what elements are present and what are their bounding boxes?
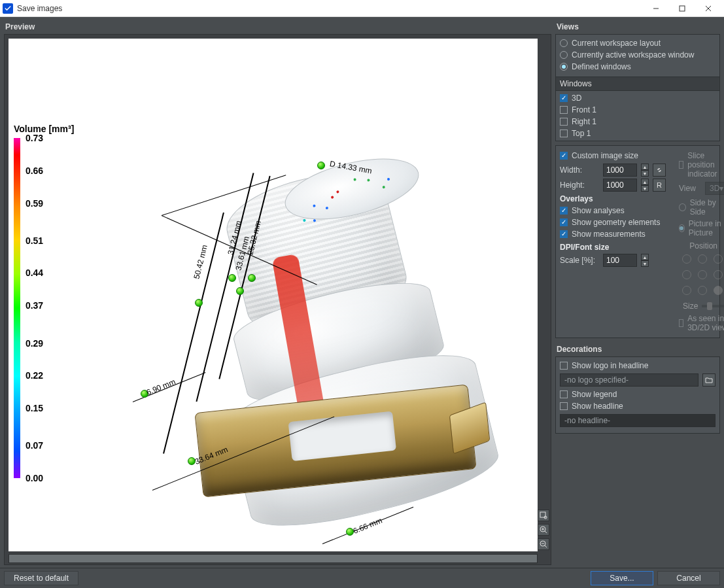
legend-tick: 0.15: [26, 403, 43, 413]
view-opt-defined-windows[interactable]: Defined windows: [560, 61, 715, 73]
views-header: Views: [555, 20, 720, 34]
legend-tick: 0.07: [26, 440, 43, 451]
slice-view-label: View: [679, 184, 701, 193]
windows-list-item[interactable]: 3D: [560, 92, 715, 104]
reset-button[interactable]: Reset to default: [4, 571, 78, 585]
close-button[interactable]: [695, 0, 721, 17]
height-input[interactable]: [603, 179, 637, 192]
width-input[interactable]: [603, 164, 637, 177]
legend-tick: 0.22: [26, 370, 43, 381]
show-geom-check[interactable]: Show geometry elements: [560, 216, 666, 228]
view-opt-workspace-layout[interactable]: Current workspace layout: [560, 37, 715, 49]
svg-line-9: [545, 531, 547, 533]
preview-area: Volume [mm³] 0.730.660.590.510.440.370.2…: [4, 34, 551, 565]
logo-path-input[interactable]: -no logo specified-: [560, 373, 698, 387]
custom-image-size-check[interactable]: Custom image size: [560, 150, 666, 162]
zoom-in-button[interactable]: [538, 524, 549, 536]
scale-label: Scale [%]:: [560, 256, 599, 265]
view-opt-active-window[interactable]: Currently active workspace window: [560, 49, 715, 61]
legend-tick: 0.73: [26, 133, 43, 143]
legend-tick: 0.59: [26, 198, 43, 209]
slice-panel: Slice position indicator View 3D ▾ Side …: [679, 150, 724, 334]
height-label: Height:: [560, 181, 599, 190]
legend-tick: 0.29: [26, 338, 43, 349]
width-label: Width:: [560, 165, 599, 175]
chevron-down-icon: ▾: [719, 184, 723, 193]
titlebar: Save images: [0, 0, 724, 17]
part-render: D 14.33 mm 31.24 mm 25.32 mm 50.42 mm 33…: [152, 137, 466, 551]
app-icon: [3, 3, 13, 14]
windows-list-item[interactable]: Top 1: [560, 128, 715, 139]
legend-colorbar: [14, 138, 20, 478]
windows-list-item[interactable]: Front 1: [560, 104, 715, 116]
decorations-header: Decorations: [555, 342, 720, 356]
svg-line-12: [545, 545, 547, 547]
window-title: Save images: [17, 4, 62, 13]
preview-header: Preview: [4, 20, 551, 34]
legend-tick: 0.37: [26, 300, 43, 311]
maximize-button[interactable]: [669, 0, 695, 17]
overlays-header: Overlays: [560, 194, 666, 203]
dpi-header: DPI/Font size: [560, 243, 666, 252]
position-grid[interactable]: [679, 254, 724, 298]
save-button[interactable]: Save...: [591, 571, 653, 585]
scale-input[interactable]: [603, 254, 637, 267]
width-spin[interactable]: ▲▼: [641, 164, 649, 177]
slice-view-select[interactable]: 3D ▾: [705, 182, 724, 195]
pip-radio[interactable]: Picture in Picture: [679, 218, 724, 239]
color-legend: Volume [mm³] 0.730.660.590.510.440.370.2…: [14, 124, 74, 478]
legend-title: Volume [mm³]: [14, 124, 74, 134]
logo-browse-button[interactable]: [702, 373, 715, 387]
position-label: Position: [679, 241, 724, 251]
cancel-button[interactable]: Cancel: [657, 571, 720, 585]
size-slider[interactable]: [702, 305, 724, 307]
zoom-fit-button[interactable]: [538, 510, 549, 521]
show-logo-check[interactable]: Show logo in headline: [560, 360, 715, 372]
side-by-side-radio[interactable]: Side by Side: [679, 197, 724, 218]
show-headline-check[interactable]: Show headline: [560, 400, 715, 412]
legend-tick: 0.66: [26, 165, 43, 176]
height-spin[interactable]: ▲▼: [641, 179, 649, 192]
show-analyses-check[interactable]: Show analyses: [560, 205, 666, 216]
zoom-out-button[interactable]: [538, 538, 549, 550]
scale-spin[interactable]: ▲▼: [641, 254, 649, 267]
size-label: Size: [683, 302, 698, 311]
size-link-button[interactable]: [653, 164, 666, 177]
windows-list-item[interactable]: Right 1: [560, 116, 715, 128]
size-reset-button[interactable]: R: [653, 179, 666, 192]
legend-tick: 0.44: [26, 268, 43, 278]
minimize-button[interactable]: [643, 0, 669, 17]
headline-input[interactable]: -no headline-: [560, 414, 715, 427]
legend-tick: 0.00: [26, 473, 43, 483]
preview-scrollbar[interactable]: [9, 554, 538, 563]
show-meas-check[interactable]: Show measurements: [560, 228, 666, 240]
preview-canvas[interactable]: Volume [mm³] 0.730.660.590.510.440.370.2…: [9, 39, 538, 551]
show-legend-check[interactable]: Show legend: [560, 389, 715, 400]
legend-tick: 0.51: [26, 235, 43, 246]
windows-list-header: Windows: [556, 77, 719, 91]
as-seen-check[interactable]: As seen in 3D/2D view: [679, 313, 724, 334]
svg-rect-1: [680, 6, 685, 11]
slice-indicator-check[interactable]: Slice position indicator: [679, 150, 724, 180]
